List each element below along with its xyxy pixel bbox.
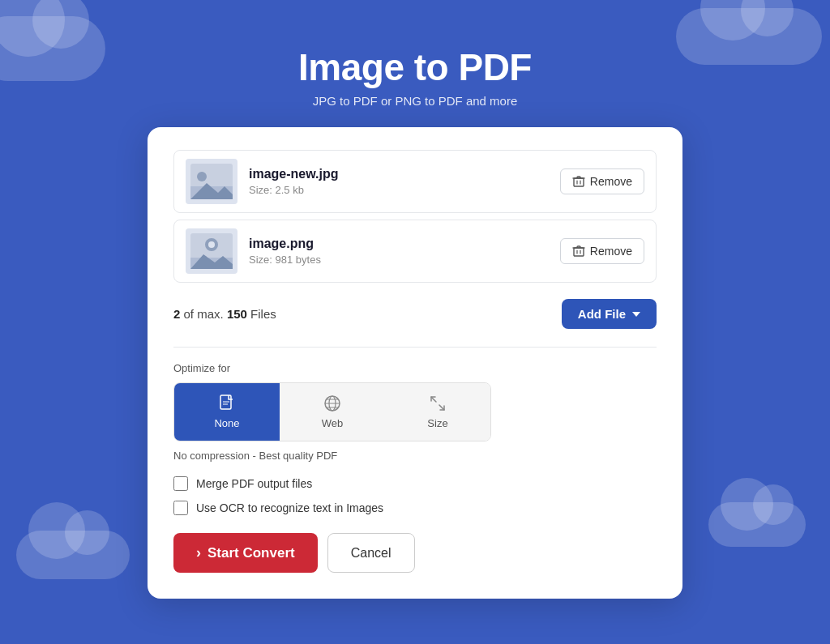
cloud-decoration-bl bbox=[16, 531, 130, 579]
checkbox-merge: Merge PDF output files bbox=[173, 476, 657, 491]
file-item-2: image.png Size: 981 bytes Remove bbox=[173, 220, 657, 283]
file-name-2: image.png bbox=[249, 237, 549, 251]
svg-line-24 bbox=[439, 405, 444, 410]
add-file-button[interactable]: Add File bbox=[562, 299, 657, 329]
file-list: image-new.jpg Size: 2.5 kb Remove bbox=[173, 150, 657, 283]
trash-icon-1 bbox=[572, 175, 585, 188]
main-card: image-new.jpg Size: 2.5 kb Remove bbox=[148, 127, 682, 599]
optimize-web-button[interactable]: Web bbox=[280, 383, 385, 441]
merge-checkbox[interactable] bbox=[173, 476, 188, 491]
image-preview-icon-2 bbox=[190, 233, 233, 269]
file-count: 2 of max. 150 Files bbox=[173, 307, 276, 321]
bottom-buttons: › Start Convert Cancel bbox=[173, 533, 657, 573]
ocr-checkbox[interactable] bbox=[173, 501, 188, 515]
page-title: Image to PDF bbox=[298, 45, 532, 89]
pdf-icon bbox=[218, 395, 236, 412]
file-item-1: image-new.jpg Size: 2.5 kb Remove bbox=[173, 150, 657, 213]
arrow-right-icon: › bbox=[196, 544, 201, 561]
svg-line-23 bbox=[431, 397, 436, 402]
chevron-down-icon bbox=[632, 312, 640, 317]
file-size-2: Size: 981 bytes bbox=[249, 254, 549, 266]
file-size-1: Size: 2.5 kb bbox=[249, 184, 549, 196]
compress-icon bbox=[429, 395, 447, 412]
file-actions-row: 2 of max. 150 Files Add File bbox=[173, 299, 657, 329]
file-name-1: image-new.jpg bbox=[249, 167, 549, 181]
optimize-size-button[interactable]: Size bbox=[385, 383, 490, 441]
remove-button-1[interactable]: Remove bbox=[560, 168, 644, 194]
page-header: Image to PDF JPG to PDF or PNG to PDF an… bbox=[298, 45, 532, 108]
remove-button-2[interactable]: Remove bbox=[560, 238, 644, 264]
optimize-options: None Web Size bbox=[173, 382, 491, 441]
optimize-none-button[interactable]: None bbox=[174, 383, 280, 441]
file-info-2: image.png Size: 981 bytes bbox=[249, 237, 549, 266]
svg-point-2 bbox=[197, 172, 207, 181]
globe-icon bbox=[323, 395, 341, 412]
checkbox-ocr: Use OCR to recognize text in Images bbox=[173, 501, 657, 515]
optimize-label: Optimize for bbox=[173, 362, 657, 374]
merge-label: Merge PDF output files bbox=[196, 477, 312, 490]
file-info-1: image-new.jpg Size: 2.5 kb bbox=[249, 167, 549, 196]
divider bbox=[173, 347, 657, 348]
trash-icon-2 bbox=[572, 245, 585, 258]
optimize-hint: No compression - Best quality PDF bbox=[173, 450, 657, 462]
svg-point-10 bbox=[208, 241, 215, 248]
file-thumbnail-1 bbox=[186, 159, 237, 204]
file-thumbnail-2 bbox=[186, 228, 237, 274]
cloud-decoration-tr bbox=[676, 8, 822, 65]
cloud-decoration-br bbox=[708, 502, 806, 547]
svg-rect-12 bbox=[574, 248, 584, 256]
cloud-decoration-tl bbox=[0, 16, 105, 81]
image-preview-icon-1 bbox=[190, 164, 233, 199]
page-subtitle: JPG to PDF or PNG to PDF and more bbox=[298, 94, 532, 108]
cancel-button[interactable]: Cancel bbox=[327, 533, 415, 573]
svg-rect-4 bbox=[574, 178, 584, 186]
ocr-label: Use OCR to recognize text in Images bbox=[196, 501, 383, 514]
start-convert-button[interactable]: › Start Convert bbox=[173, 533, 318, 573]
